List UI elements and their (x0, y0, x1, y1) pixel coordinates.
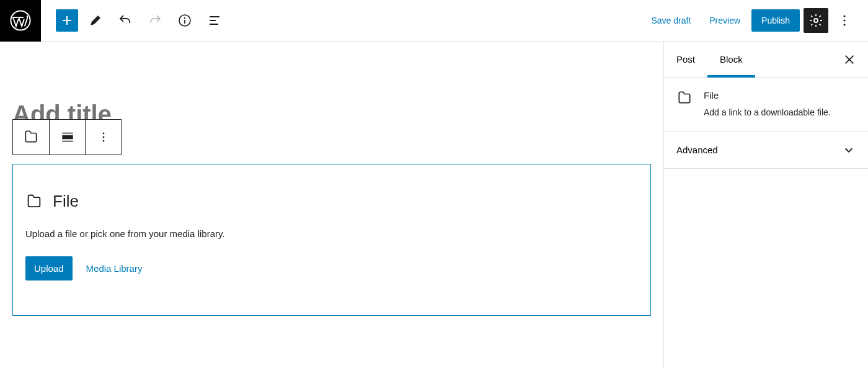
block-info-description: Add a link to a downloadable file. (704, 107, 831, 119)
file-icon (23, 129, 39, 145)
undo-icon (118, 13, 133, 28)
close-icon (843, 53, 856, 66)
outline-button[interactable] (202, 8, 227, 33)
svg-point-9 (102, 137, 104, 138)
toolbar-left (41, 8, 227, 33)
block-info: File Add a link to a downloadable file. (664, 78, 868, 132)
svg-point-2 (184, 17, 185, 19)
wordpress-logo[interactable] (0, 0, 41, 42)
panel-advanced-toggle[interactable]: Advanced (664, 132, 868, 168)
more-options-button[interactable] (832, 8, 857, 33)
file-icon (25, 193, 43, 210)
settings-button[interactable] (804, 8, 828, 33)
file-icon (676, 90, 693, 106)
save-draft-button[interactable]: Save draft (644, 11, 698, 30)
settings-sidebar: Post Block File Add a link to a download… (664, 42, 868, 368)
panel-advanced: Advanced (664, 132, 868, 169)
panel-advanced-label: Advanced (676, 145, 718, 155)
edit-mode-button[interactable] (83, 8, 108, 33)
more-vertical-icon (837, 13, 852, 28)
block-type-button[interactable] (13, 120, 49, 155)
chevron-down-icon (842, 143, 856, 157)
toolbar-right: Save draft Preview Publish (644, 8, 868, 33)
svg-point-8 (102, 133, 104, 135)
tab-block[interactable]: Block (707, 42, 755, 77)
pencil-icon (88, 13, 103, 28)
svg-point-3 (814, 19, 818, 22)
svg-point-4 (843, 15, 845, 17)
wordpress-icon (10, 10, 31, 31)
file-block-heading: File (25, 192, 638, 211)
close-sidebar-button[interactable] (835, 45, 864, 74)
svg-rect-7 (62, 135, 73, 140)
publish-button[interactable]: Publish (751, 9, 800, 32)
block-more-button[interactable] (85, 120, 121, 155)
block-info-text: File Add a link to a downloadable file. (704, 90, 831, 119)
outline-icon (207, 13, 222, 28)
plus-icon (60, 13, 74, 28)
block-toolbar (12, 119, 122, 155)
file-block-placeholder[interactable]: File Upload a file or pick one from your… (12, 164, 651, 316)
info-button[interactable] (172, 8, 197, 33)
add-block-button[interactable] (56, 9, 78, 32)
upload-button[interactable]: Upload (25, 256, 73, 280)
redo-button[interactable] (143, 8, 167, 33)
file-block-description: Upload a file or pick one from your medi… (25, 228, 638, 239)
redo-icon (148, 13, 162, 28)
align-icon (60, 129, 76, 145)
svg-point-10 (102, 140, 104, 142)
editor-canvas: Add title (0, 42, 664, 368)
svg-point-5 (843, 19, 845, 21)
info-icon (177, 13, 192, 28)
more-vertical-icon (96, 130, 111, 145)
svg-point-6 (843, 24, 845, 25)
media-library-button[interactable]: Media Library (86, 263, 143, 274)
editor-header: Save draft Preview Publish (0, 0, 868, 42)
main: Add title (0, 42, 868, 368)
block-info-title: File (704, 90, 831, 101)
block-align-button[interactable] (49, 120, 85, 155)
file-block-title: File (53, 192, 79, 211)
file-block-actions: Upload Media Library (25, 256, 638, 280)
tab-post[interactable]: Post (664, 42, 707, 77)
undo-button[interactable] (113, 8, 138, 33)
sidebar-tabs: Post Block (664, 42, 868, 78)
gear-icon (808, 13, 823, 28)
preview-button[interactable]: Preview (702, 11, 748, 30)
